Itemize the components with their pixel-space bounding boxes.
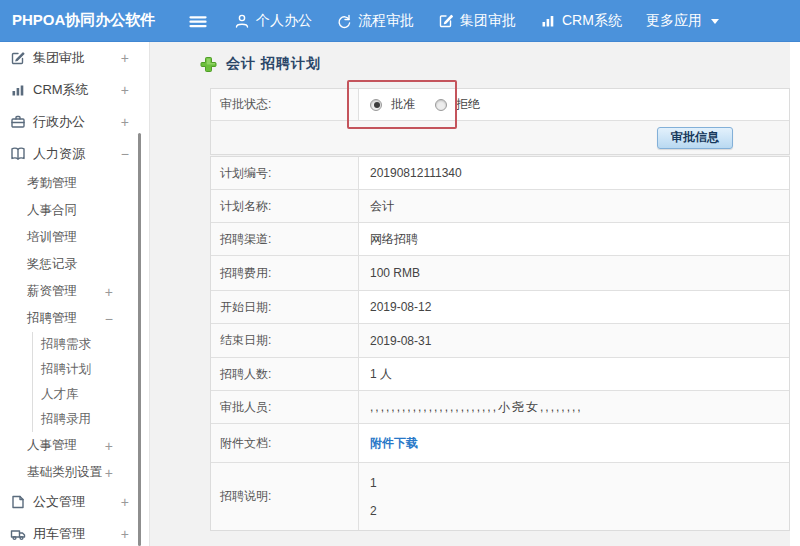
nav-item-crm-system[interactable]: CRM系统 [540, 12, 622, 30]
radio-reject-icon[interactable] [435, 99, 447, 111]
row-value-text: 1 人 [370, 366, 392, 383]
row-label: 招聘说明: [211, 463, 359, 530]
radio-option-label: 批准 [391, 96, 415, 113]
row-value: 1 人 [359, 358, 789, 390]
sidebar-item-personnel[interactable]: 人事管理+ [0, 432, 149, 459]
radio-approve-icon[interactable] [370, 99, 382, 111]
sidebar-item-recruit-need[interactable]: 招聘需求 [32, 332, 149, 357]
sidebar-item-label: 集团审批 [33, 49, 85, 67]
page-scrollbar-track[interactable] [790, 42, 800, 546]
sidebar-item-doc-mgmt[interactable]: 公文管理+ [0, 486, 149, 518]
sidebar-item-reward-record[interactable]: 奖惩记录 [0, 251, 149, 278]
sidebar-item-group-approval[interactable]: 集团审批+ [0, 42, 149, 74]
radio-option-reject[interactable]: 拒绝 [435, 96, 480, 113]
row-value: 网络招聘 [359, 223, 789, 255]
plan-detail-table: 计划编号:20190812111340计划名称:会计招聘渠道:网络招聘招聘费用:… [210, 156, 790, 531]
sidebar-scrollbar[interactable] [138, 133, 141, 546]
collapse-minus-icon[interactable]: − [105, 312, 113, 326]
sidebar-item-label: 考勤管理 [27, 175, 77, 192]
sidebar-item-training[interactable]: 培训管理 [0, 224, 149, 251]
table-row: 计划名称:会计 [211, 190, 789, 223]
nav-item-personal-office[interactable]: 个人办公 [234, 12, 312, 30]
page-header: 会计 招聘计划 [200, 55, 321, 73]
sidebar: 集团审批+CRM系统+行政办公+人力资源−考勤管理人事合同培训管理奖惩记录薪资管… [0, 42, 150, 546]
row-label: 审批人员: [211, 391, 359, 423]
caret-down-icon [710, 17, 720, 25]
collapse-minus-icon[interactable]: − [121, 147, 129, 161]
expand-plus-icon[interactable]: + [121, 115, 129, 129]
sidebar-item-label: 人力资源 [33, 145, 85, 163]
row-value-text: 2019-08-31 [370, 334, 431, 348]
approval-table: 审批状态: 批准拒绝 审批信息 [210, 88, 790, 155]
row-label: 计划名称: [211, 190, 359, 222]
attachment-download-link[interactable]: 附件下载 [370, 435, 418, 452]
row-value: 100 RMB [359, 256, 789, 290]
approval-status-label: 审批状态: [211, 89, 359, 120]
nav-item-flow-approval[interactable]: 流程审批 [336, 12, 414, 30]
row-value-text: 网络招聘 [370, 231, 418, 248]
row-value: 2019-08-12 [359, 291, 789, 323]
expand-plus-icon[interactable]: + [121, 51, 129, 65]
sidebar-item-hr-contract[interactable]: 人事合同 [0, 197, 149, 224]
sidebar-item-admin-office[interactable]: 行政办公+ [0, 106, 149, 138]
sidebar-item-salary[interactable]: 薪资管理+ [0, 278, 149, 305]
hamburger-icon[interactable] [188, 11, 208, 31]
app-logo: PHPOA协同办公软件 [0, 11, 176, 30]
edit-icon [438, 13, 454, 29]
nav-item-label: 流程审批 [358, 12, 414, 30]
flow-icon [336, 13, 352, 29]
approval-button-row: 审批信息 [211, 121, 789, 154]
sidebar-item-talent-pool[interactable]: 人才库 [32, 382, 149, 407]
sidebar-item-label: 行政办公 [33, 113, 85, 131]
approval-info-button[interactable]: 审批信息 [657, 127, 733, 149]
sidebar-item-label: 培训管理 [27, 229, 77, 246]
sidebar-item-label: 招聘计划 [41, 361, 91, 378]
row-value-line: 2 [370, 497, 377, 525]
nav-item-more-apps[interactable]: 更多应用 [646, 12, 720, 30]
sidebar-item-label: 薪资管理 [27, 283, 77, 300]
main-content: 会计 招聘计划 审批状态: 批准拒绝 审批信息 计划编号:20190812111… [151, 42, 800, 546]
sidebar-item-attendance[interactable]: 考勤管理 [0, 170, 149, 197]
table-row: 招聘说明:12 [211, 463, 789, 530]
sidebar-item-crm-system[interactable]: CRM系统+ [0, 74, 149, 106]
table-row: 招聘渠道:网络招聘 [211, 223, 789, 256]
row-value: 会计 [359, 190, 789, 222]
car-icon [10, 526, 26, 542]
edit-square-icon [10, 50, 26, 66]
row-value: 12 [359, 463, 789, 530]
row-label: 招聘费用: [211, 256, 359, 290]
add-plus-icon[interactable] [200, 56, 217, 73]
approval-status-row: 审批状态: 批准拒绝 [211, 89, 789, 121]
sidebar-item-hr[interactable]: 人力资源− [0, 138, 149, 170]
expand-plus-icon[interactable]: + [105, 439, 113, 453]
nav-item-group-approval[interactable]: 集团审批 [438, 12, 516, 30]
sidebar-item-label: 基础类别设置 [27, 464, 102, 481]
expand-plus-icon[interactable]: + [105, 466, 113, 480]
sidebar-item-label: 人事合同 [27, 202, 77, 219]
expand-plus-icon[interactable]: + [121, 527, 129, 541]
expand-plus-icon[interactable]: + [105, 285, 113, 299]
table-row: 开始日期:2019-08-12 [211, 291, 789, 324]
radio-option-approve[interactable]: 批准 [370, 96, 415, 113]
page-title: 会计 招聘计划 [226, 55, 321, 73]
nav-item-label: CRM系统 [562, 12, 622, 30]
document-icon [10, 494, 26, 510]
table-row: 招聘费用:100 RMB [211, 256, 789, 291]
sidebar-item-base-category[interactable]: 基础类别设置+ [0, 459, 149, 486]
sidebar-item-recruit-hire[interactable]: 招聘录用 [32, 407, 149, 432]
row-value: 附件下载 [359, 424, 789, 462]
nav-item-label: 集团审批 [460, 12, 516, 30]
sidebar-item-recruit-mgmt[interactable]: 招聘管理− [0, 305, 149, 332]
nav-item-label: 更多应用 [646, 12, 702, 30]
row-label: 计划编号: [211, 157, 359, 189]
row-label: 附件文档: [211, 424, 359, 462]
user-icon [234, 13, 250, 29]
sidebar-item-label: 招聘管理 [27, 310, 77, 327]
topbar-nav: 个人办公流程审批集团审批CRM系统更多应用 [234, 12, 720, 30]
sidebar-item-vehicle-mgmt[interactable]: 用车管理+ [0, 518, 149, 546]
expand-plus-icon[interactable]: + [121, 495, 129, 509]
chart-icon [540, 13, 556, 29]
expand-plus-icon[interactable]: + [121, 83, 129, 97]
table-row: 附件文档:附件下载 [211, 424, 789, 463]
sidebar-item-recruit-plan[interactable]: 招聘计划 [32, 357, 149, 382]
